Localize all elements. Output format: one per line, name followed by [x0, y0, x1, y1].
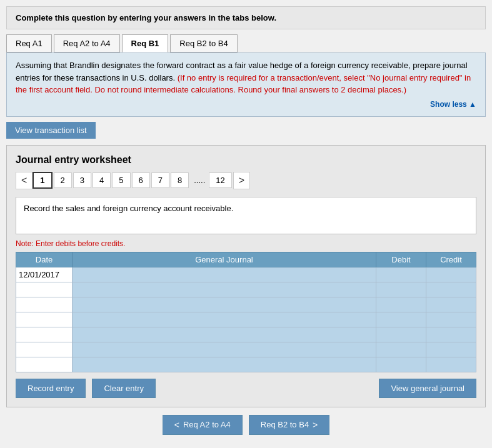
credit-input-7[interactable] [426, 357, 476, 372]
date-cell-3[interactable] [16, 297, 73, 312]
journal-cell-3[interactable] [73, 297, 376, 312]
table-row [16, 282, 476, 297]
journal-input-3[interactable] [73, 297, 376, 312]
page-8[interactable]: 8 [171, 172, 189, 188]
table-row [16, 342, 476, 357]
credit-cell-4[interactable] [426, 312, 476, 327]
journal-input-5[interactable] [73, 327, 376, 342]
journal-input-4[interactable] [73, 312, 376, 327]
journal-cell-5[interactable] [73, 327, 376, 342]
debit-input-7[interactable] [376, 357, 426, 372]
debit-cell-5[interactable] [376, 327, 426, 342]
action-buttons: Record entry Clear entry View general jo… [16, 379, 476, 398]
page-next-arrow[interactable]: > [233, 172, 250, 189]
debit-input-1[interactable] [376, 267, 426, 282]
instruction-box: Complete this question by entering your … [6, 6, 486, 29]
credit-cell-7[interactable] [426, 357, 476, 372]
bottom-nav: < Req A2 to A4 Req B2 to B4 > [6, 415, 486, 435]
date-input-2[interactable] [16, 282, 72, 297]
page-dots: ..... [190, 173, 209, 187]
date-input-3[interactable] [16, 297, 72, 312]
view-general-journal-button[interactable]: View general journal [379, 379, 476, 398]
page-6[interactable]: 6 [132, 172, 150, 188]
debit-cell-7[interactable] [376, 357, 426, 372]
debit-cell-6[interactable] [376, 342, 426, 357]
credit-input-6[interactable] [426, 342, 476, 357]
page-12[interactable]: 12 [209, 172, 231, 188]
debit-cell-1[interactable] [376, 267, 426, 282]
credit-input-3[interactable] [426, 297, 476, 312]
tab-req-a1[interactable]: Req A1 [6, 34, 52, 52]
date-input-7[interactable] [16, 357, 72, 372]
date-cell-2[interactable] [16, 282, 73, 297]
journal-input-6[interactable] [73, 342, 376, 357]
credit-input-1[interactable] [426, 267, 476, 282]
page-1[interactable]: 1 [33, 172, 52, 189]
debit-input-2[interactable] [376, 282, 426, 297]
record-entry-button[interactable]: Record entry [16, 379, 86, 398]
show-less-label: Show less ▲ [430, 100, 476, 109]
tabs-row: Req A1 Req A2 to A4 Req B1 Req B2 to B4 [6, 34, 486, 52]
date-cell-1: 12/01/2017 [16, 267, 73, 282]
journal-cell-6[interactable] [73, 342, 376, 357]
table-row [16, 312, 476, 327]
description-text: Record the sales and foreign currency ac… [24, 204, 233, 213]
credit-cell-3[interactable] [426, 297, 476, 312]
col-header-journal: General Journal [73, 252, 376, 267]
page-7[interactable]: 7 [151, 172, 169, 188]
date-input-5[interactable] [16, 327, 72, 342]
pagination: < 1 2 3 4 5 6 7 8 ..... 12 > [16, 172, 476, 189]
date-cell-7[interactable] [16, 357, 73, 372]
table-row [16, 327, 476, 342]
debit-input-6[interactable] [376, 342, 426, 357]
journal-table: Date General Journal Debit Credit 12/01/… [16, 252, 476, 372]
journal-input-1[interactable] [73, 267, 376, 282]
page-4[interactable]: 4 [93, 172, 111, 188]
clear-entry-button[interactable]: Clear entry [92, 379, 156, 398]
prev-arrow-icon: < [174, 420, 179, 430]
col-header-credit: Credit [426, 252, 476, 267]
col-header-date: Date [16, 252, 73, 267]
credit-cell-5[interactable] [426, 327, 476, 342]
prev-nav-button[interactable]: < Req A2 to A4 [163, 415, 243, 435]
debit-cell-4[interactable] [376, 312, 426, 327]
debit-cell-3[interactable] [376, 297, 426, 312]
date-input-6[interactable] [16, 342, 72, 357]
description-box: Record the sales and foreign currency ac… [16, 197, 476, 234]
journal-cell-1[interactable] [73, 267, 376, 282]
date-cell-4[interactable] [16, 312, 73, 327]
credit-input-5[interactable] [426, 327, 476, 342]
credit-cell-1[interactable] [426, 267, 476, 282]
date-cell-5[interactable] [16, 327, 73, 342]
page-2[interactable]: 2 [54, 172, 72, 188]
page-5[interactable]: 5 [112, 172, 130, 188]
note-text: Note: Enter debits before credits. [16, 239, 476, 248]
view-transaction-button[interactable]: View transaction list [6, 122, 96, 139]
credit-input-2[interactable] [426, 282, 476, 297]
debit-input-4[interactable] [376, 312, 426, 327]
journal-input-2[interactable] [73, 282, 376, 297]
tab-req-a2-a4[interactable]: Req A2 to A4 [54, 34, 120, 52]
date-cell-6[interactable] [16, 342, 73, 357]
prev-nav-label: Req A2 to A4 [183, 420, 231, 429]
next-nav-button[interactable]: Req B2 to B4 > [249, 415, 330, 435]
page-3[interactable]: 3 [73, 172, 91, 188]
page-prev-arrow[interactable]: < [16, 172, 33, 189]
journal-cell-4[interactable] [73, 312, 376, 327]
show-less-button[interactable]: Show less ▲ [16, 96, 476, 110]
debit-input-3[interactable] [376, 297, 426, 312]
debit-input-5[interactable] [376, 327, 426, 342]
credit-cell-6[interactable] [426, 342, 476, 357]
credit-cell-2[interactable] [426, 282, 476, 297]
table-row: 12/01/2017 [16, 267, 476, 282]
journal-cell-2[interactable] [73, 282, 376, 297]
instruction-text: Complete this question by entering your … [16, 13, 276, 22]
tab-req-b1[interactable]: Req B1 [122, 34, 169, 52]
tab-req-b2-b4[interactable]: Req B2 to B4 [170, 34, 237, 52]
journal-cell-7[interactable] [73, 357, 376, 372]
journal-input-7[interactable] [73, 357, 376, 372]
worksheet-panel: Journal entry worksheet < 1 2 3 4 5 6 7 … [6, 145, 486, 407]
date-input-4[interactable] [16, 312, 72, 327]
debit-cell-2[interactable] [376, 282, 426, 297]
credit-input-4[interactable] [426, 312, 476, 327]
